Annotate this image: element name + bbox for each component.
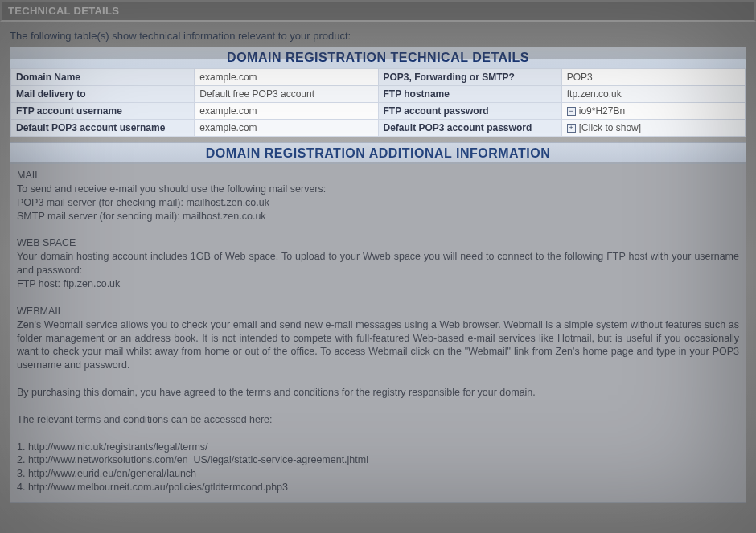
tech-details-title: DOMAIN REGISTRATION TECHNICAL DETAILS (10, 47, 746, 68)
intro-text: The following table(s) show technical in… (10, 30, 746, 42)
value-ftp-hostname: ftp.zen.co.uk (561, 86, 745, 103)
mail-line: POP3 mail server (for checking mail): ma… (17, 196, 739, 210)
label-ftp-username: FTP account username (11, 103, 195, 120)
webspace-line: Your domain hosting account includes 1GB… (17, 250, 739, 277)
section-header: TECHNICAL DETAILS (0, 0, 756, 22)
label-domain-name: Domain Name (11, 69, 195, 86)
mail-header: MAIL (17, 169, 739, 182)
page-container: TECHNICAL DETAILS The following table(s)… (0, 0, 756, 533)
label-ftp-hostname: FTP hostname (378, 86, 561, 103)
webmail-header: WEBMAIL (17, 305, 739, 318)
webspace-header: WEB SPACE (17, 236, 739, 250)
tech-details-table: Domain Name example.com POP3, Forwarding… (10, 68, 746, 137)
label-ftp-password: FTP account password (378, 103, 561, 120)
terms-link[interactable]: 2. http://www.networksolutions.com/en_US… (17, 453, 739, 467)
pop3-password-text[interactable]: [Click to show] (579, 122, 641, 133)
value-domain-name: example.com (195, 69, 378, 86)
ftp-password-text: io9*H27Bn (579, 105, 625, 117)
mail-line: SMTP mail server (for sending mail): mai… (17, 210, 739, 223)
collapse-icon[interactable]: − (567, 107, 576, 116)
value-pop3-password: + [Click to show] (561, 120, 745, 137)
terms-link[interactable]: 3. http://www.eurid.eu/en/general/launch (17, 467, 739, 481)
label-pop3-username: Default POP3 account username (11, 120, 195, 137)
value-mail-delivery: Default free POP3 account (195, 86, 378, 103)
value-ftp-password: − io9*H27Bn (561, 103, 745, 120)
content-area: The following table(s) show technical in… (0, 22, 756, 511)
webmail-body: Zen's Webmail service allows you to chec… (17, 318, 739, 373)
label-mail-delivery: Mail delivery to (11, 86, 195, 103)
terms-intro: The relevant terms and conditions can be… (17, 413, 739, 427)
table-row: Default POP3 account username example.co… (11, 120, 746, 137)
table-row: FTP account username example.com FTP acc… (11, 103, 746, 120)
label-pop3-password: Default POP3 account password (378, 120, 561, 137)
additional-info-body: MAIL To send and receive e-mail you shou… (10, 164, 746, 502)
webspace-line: FTP host: ftp.zen.co.uk (17, 277, 739, 291)
value-ftp-username: example.com (195, 103, 378, 120)
terms-link[interactable]: 1. http://www.nic.uk/registrants/legal/t… (17, 441, 739, 454)
table-row: Domain Name example.com POP3, Forwarding… (11, 69, 746, 86)
tech-details-panel: DOMAIN REGISTRATION TECHNICAL DETAILS Do… (10, 47, 746, 137)
expand-icon[interactable]: + (567, 124, 576, 133)
value-pop3-fwd-smtp: POP3 (561, 69, 745, 86)
mail-line: To send and receive e-mail you should us… (17, 182, 739, 196)
terms-link[interactable]: 4. http://www.melbourneit.com.au/policie… (17, 481, 739, 494)
table-row: Mail delivery to Default free POP3 accou… (11, 86, 746, 103)
additional-info-title: DOMAIN REGISTRATION ADDITIONAL INFORMATI… (10, 143, 746, 164)
additional-info-panel: DOMAIN REGISTRATION ADDITIONAL INFORMATI… (10, 142, 746, 503)
purchase-note: By purchasing this domain, you have agre… (17, 386, 739, 400)
value-pop3-username: example.com (195, 120, 378, 137)
label-pop3-fwd-smtp: POP3, Forwarding or SMTP? (378, 69, 561, 86)
